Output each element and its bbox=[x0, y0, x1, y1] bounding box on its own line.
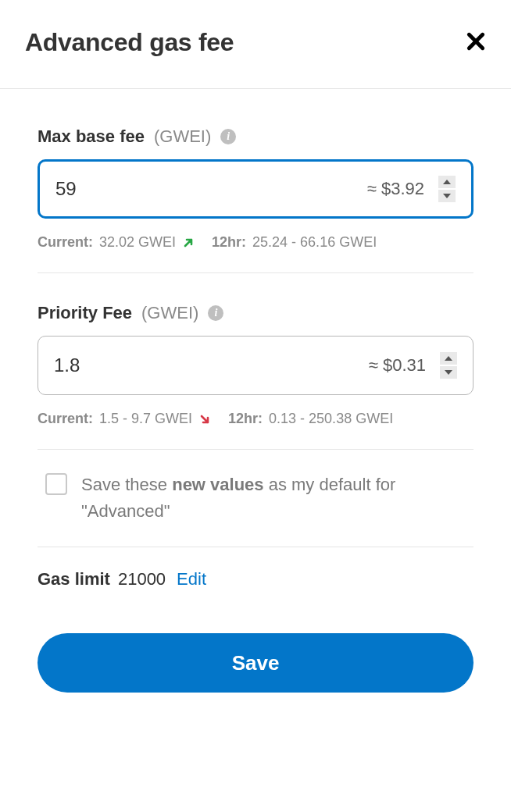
step-down-button[interactable] bbox=[438, 190, 456, 202]
save-default-checkbox[interactable] bbox=[45, 473, 67, 495]
priority-fee-stepper bbox=[440, 352, 457, 379]
max-base-fee-label: Max base fee bbox=[38, 126, 145, 147]
save-default-text: Save these new values as my default for … bbox=[81, 472, 466, 525]
priority-fee-label-row: Priority Fee (GWEI) i bbox=[38, 303, 473, 323]
max-base-fee-stepper bbox=[438, 176, 456, 202]
max-base-fee-stats: Current: 32.02 GWEI 12hr: 25.24 - 66.16 … bbox=[38, 234, 473, 251]
twelvehr-label: 12hr: bbox=[228, 411, 263, 427]
max-base-fee-current: Current: 32.02 GWEI bbox=[38, 234, 195, 251]
max-base-fee-input[interactable] bbox=[55, 178, 367, 200]
trend-down-icon bbox=[198, 413, 211, 426]
close-icon bbox=[466, 31, 486, 52]
trend-up-icon bbox=[182, 237, 195, 249]
chevron-down-icon bbox=[444, 369, 453, 376]
step-up-button[interactable] bbox=[440, 352, 457, 365]
save-button[interactable]: Save bbox=[38, 633, 473, 693]
step-up-button[interactable] bbox=[438, 176, 456, 188]
current-label: Current: bbox=[38, 411, 93, 427]
max-base-fee-usd: ≈ $3.92 bbox=[367, 179, 424, 199]
max-base-fee-input-wrap[interactable]: ≈ $3.92 bbox=[38, 159, 473, 219]
priority-fee-12hr: 12hr: 0.13 - 250.38 GWEI bbox=[228, 411, 393, 427]
max-base-fee-group: Max base fee (GWEI) i ≈ $3.92 Current: 3… bbox=[38, 126, 473, 251]
max-base-fee-12hr: 12hr: 25.24 - 66.16 GWEI bbox=[212, 234, 377, 251]
current-value: 32.02 GWEI bbox=[99, 234, 176, 251]
gas-limit-label: Gas limit bbox=[38, 569, 110, 589]
chevron-up-icon bbox=[444, 355, 453, 361]
max-base-fee-unit: (GWEI) bbox=[154, 126, 211, 147]
page-title: Advanced gas fee bbox=[25, 28, 234, 57]
priority-fee-usd: ≈ $0.31 bbox=[369, 355, 426, 376]
info-icon[interactable]: i bbox=[220, 129, 236, 144]
chevron-down-icon bbox=[442, 193, 452, 199]
gas-limit-edit-link[interactable]: Edit bbox=[177, 569, 206, 589]
twelvehr-value: 0.13 - 250.38 GWEI bbox=[269, 411, 393, 427]
modal-header: Advanced gas fee bbox=[0, 0, 511, 89]
priority-fee-label: Priority Fee bbox=[38, 303, 132, 323]
current-label: Current: bbox=[38, 234, 93, 251]
modal-content: Max base fee (GWEI) i ≈ $3.92 Current: 3… bbox=[0, 89, 511, 693]
current-value: 1.5 - 9.7 GWEI bbox=[99, 411, 192, 427]
priority-fee-input[interactable] bbox=[54, 354, 369, 376]
save-default-row: Save these new values as my default for … bbox=[38, 472, 473, 525]
info-icon[interactable]: i bbox=[208, 305, 223, 321]
priority-fee-stats: Current: 1.5 - 9.7 GWEI 12hr: 0.13 - 250… bbox=[38, 411, 473, 427]
gas-limit-row: Gas limit 21000 Edit bbox=[38, 569, 473, 589]
save-default-text-pre: Save these bbox=[81, 475, 172, 494]
priority-fee-input-wrap[interactable]: ≈ $0.31 bbox=[38, 336, 473, 395]
priority-fee-current: Current: 1.5 - 9.7 GWEI bbox=[38, 411, 211, 427]
close-button[interactable] bbox=[466, 31, 486, 55]
divider bbox=[38, 547, 473, 547]
step-down-button[interactable] bbox=[440, 366, 457, 379]
divider bbox=[38, 272, 473, 273]
save-default-text-bold: new values bbox=[172, 475, 263, 494]
twelvehr-label: 12hr: bbox=[212, 234, 246, 251]
priority-fee-group: Priority Fee (GWEI) i ≈ $0.31 Current: 1… bbox=[38, 303, 473, 427]
twelvehr-value: 25.24 - 66.16 GWEI bbox=[252, 234, 377, 251]
chevron-up-icon bbox=[442, 179, 452, 185]
priority-fee-unit: (GWEI) bbox=[141, 303, 198, 323]
max-base-fee-label-row: Max base fee (GWEI) i bbox=[38, 126, 473, 147]
gas-limit-value: 21000 bbox=[118, 569, 166, 589]
divider bbox=[38, 449, 473, 450]
